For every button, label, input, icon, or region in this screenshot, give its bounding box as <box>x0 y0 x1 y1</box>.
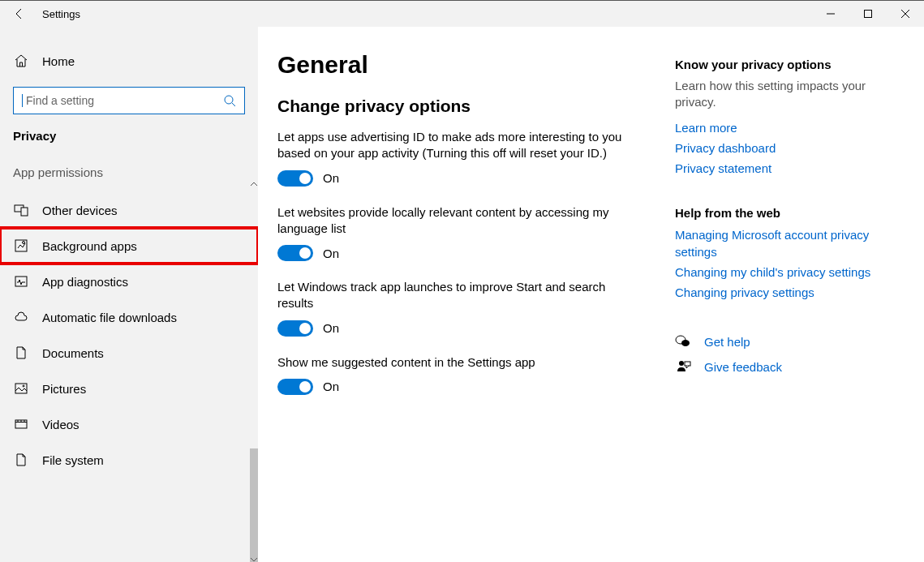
svg-rect-19 <box>685 362 690 366</box>
devices-icon <box>13 202 29 218</box>
sidebar-item-other-devices[interactable]: Other devices <box>0 192 258 228</box>
svg-point-2 <box>225 96 233 104</box>
home-label: Home <box>42 54 75 68</box>
sidebar-item-documents[interactable]: Documents <box>0 335 258 371</box>
aside-know-desc: Learn how this setting impacts your priv… <box>675 78 878 111</box>
get-help-icon <box>675 333 691 350</box>
toggle-state: On <box>323 247 339 260</box>
option-desc: Let Windows track app launches to improv… <box>277 279 634 312</box>
option-desc: Show me suggested content in the Setting… <box>277 354 634 371</box>
sidebar-item-file-system[interactable]: File system <box>0 442 258 478</box>
feedback-icon <box>675 358 691 375</box>
sidebar-item-label: Pictures <box>42 382 86 396</box>
svg-rect-1 <box>865 11 872 18</box>
link-privacy-statement[interactable]: Privacy statement <box>675 160 878 177</box>
home-icon <box>13 53 29 69</box>
close-button[interactable] <box>887 1 924 27</box>
window-controls <box>812 1 924 27</box>
link-learn-more[interactable]: Learn more <box>675 119 878 136</box>
svg-point-10 <box>23 385 24 387</box>
sidebar-item-label: Automatic file downloads <box>42 311 177 324</box>
sidebar: Home Privacy App permissions <box>0 27 258 562</box>
svg-point-18 <box>679 361 684 366</box>
aside-help-title: Help from the web <box>675 206 878 220</box>
aside-pane: Know your privacy options Learn how this… <box>667 51 878 562</box>
svg-line-3 <box>232 103 235 106</box>
link-managing-account-privacy[interactable]: Managing Microsoft account privacy setti… <box>675 226 878 260</box>
option-desc: Let websites provide locally relevant co… <box>277 204 634 238</box>
option-advertising-id: Let apps use advertising ID to make ads … <box>277 129 667 187</box>
link-get-help[interactable]: Get help <box>704 333 750 350</box>
sidebar-item-label: Videos <box>42 418 80 431</box>
search-input[interactable] <box>24 93 223 108</box>
main-pane: General Change privacy options Let apps … <box>258 27 924 562</box>
svg-point-7 <box>23 242 25 244</box>
sidebar-item-videos[interactable]: Videos <box>0 406 258 442</box>
toggle-advertising-id[interactable] <box>277 170 313 187</box>
background-apps-icon <box>13 238 29 254</box>
sidebar-item-automatic-file-downloads[interactable]: Automatic file downloads <box>0 299 258 335</box>
sidebar-item-background-apps[interactable]: Background apps <box>0 228 258 264</box>
pictures-icon <box>13 380 29 397</box>
link-child-privacy[interactable]: Changing my child's privacy settings <box>675 264 878 281</box>
back-button[interactable] <box>0 1 39 27</box>
link-give-feedback[interactable]: Give feedback <box>704 358 782 375</box>
sidebar-item-label: Background apps <box>42 239 137 253</box>
section-heading: Change privacy options <box>277 97 667 116</box>
toggle-suggested-content[interactable] <box>277 379 313 395</box>
svg-rect-5 <box>21 208 28 216</box>
aside-know-title: Know your privacy options <box>675 58 878 71</box>
document-icon <box>13 345 29 361</box>
sidebar-scrollbar[interactable] <box>250 181 258 562</box>
option-desc: Let apps use advertising ID to make ads … <box>277 129 634 162</box>
sidebar-item-app-diagnostics[interactable]: App diagnostics <box>0 264 258 299</box>
sidebar-item-label: File system <box>42 453 104 467</box>
sidebar-item-label: App diagnostics <box>42 275 128 289</box>
sidebar-item-label: Documents <box>42 346 104 360</box>
toggle-language-list[interactable] <box>277 245 313 261</box>
home-nav[interactable]: Home <box>0 45 258 77</box>
search-box[interactable] <box>13 87 245 114</box>
search-icon <box>223 94 236 107</box>
option-language-list: Let websites provide locally relevant co… <box>277 204 667 262</box>
option-track-launches: Let Windows track app launches to improv… <box>277 279 667 337</box>
minimize-button[interactable] <box>812 1 849 27</box>
titlebar: Settings <box>0 1 924 27</box>
option-suggested-content: Show me suggested content in the Setting… <box>277 354 667 395</box>
link-changing-privacy[interactable]: Changing privacy settings <box>675 284 878 301</box>
toggle-state: On <box>323 380 339 393</box>
page-title: General <box>277 51 667 79</box>
toggle-track-launches[interactable] <box>277 320 313 337</box>
file-icon <box>13 452 29 468</box>
settings-window: Settings Home <box>0 0 924 562</box>
subheader-app-permissions: App permissions <box>0 165 258 179</box>
sidebar-item-pictures[interactable]: Pictures <box>0 371 258 406</box>
window-title: Settings <box>39 8 80 20</box>
svg-rect-9 <box>15 384 27 393</box>
category-title: Privacy <box>0 129 258 143</box>
cloud-icon <box>13 309 29 325</box>
scroll-thumb[interactable] <box>250 448 258 562</box>
svg-point-17 <box>681 340 690 346</box>
link-privacy-dashboard[interactable]: Privacy dashboard <box>675 139 878 157</box>
toggle-state: On <box>323 171 339 185</box>
diagnostics-icon <box>13 273 29 290</box>
sidebar-item-label: Other devices <box>42 204 118 217</box>
videos-icon <box>13 416 29 432</box>
toggle-state: On <box>323 321 339 335</box>
maximize-button[interactable] <box>849 1 887 27</box>
